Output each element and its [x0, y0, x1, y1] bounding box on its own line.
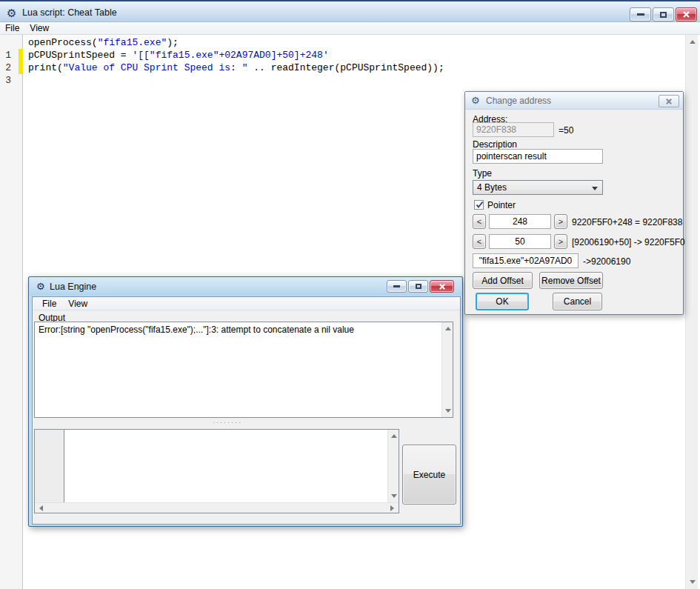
script-input-box[interactable]: [34, 429, 399, 513]
splitter-handle[interactable]: ········: [213, 419, 242, 426]
arrow-down-icon: [391, 494, 397, 498]
maximize-button[interactable]: [408, 280, 428, 293]
maximize-icon: [660, 12, 667, 18]
scroll-up-button[interactable]: [686, 36, 699, 47]
scroll-up-button[interactable]: [442, 324, 453, 333]
description-field[interactable]: [473, 149, 603, 164]
close-icon: [665, 98, 673, 105]
cancel-button[interactable]: Cancel: [553, 293, 602, 310]
close-icon: [439, 283, 446, 290]
remove-offset-button[interactable]: Remove Offset: [539, 272, 603, 289]
offset1-decrement-button[interactable]: <: [473, 214, 486, 229]
base-address-note: ->92006190: [583, 256, 630, 267]
modified-line-marker: [19, 61, 23, 74]
arrow-up-icon: [445, 327, 451, 330]
lua-engine-window: ⚙ Lua Engine File View Output Error:[str…: [28, 276, 463, 527]
code-line-2[interactable]: 2 pCPUSprintSpeed = '[["fifa15.exe"+02A9…: [0, 49, 696, 61]
maximize-icon: [416, 284, 421, 289]
dialog-title: Change address: [486, 96, 551, 106]
base-address-field[interactable]: [473, 253, 579, 268]
code-string-segment: '[["fifa15.exe"+02A97AD0]+50]+248': [132, 50, 328, 61]
code-segment: );: [167, 37, 179, 48]
editor-vscrollbar[interactable]: [685, 35, 698, 589]
code-line-1[interactable]: 1 openProcess("fifa15.exe");: [0, 36, 696, 49]
type-dropdown[interactable]: 4 Bytes: [473, 180, 603, 195]
arrow-left-icon: [39, 505, 43, 511]
execute-button[interactable]: Execute: [402, 445, 456, 505]
arrow-up-icon: [690, 40, 696, 44]
scroll-left-button[interactable]: [36, 503, 46, 513]
chevron-right-icon: >: [559, 217, 563, 226]
chevron-right-icon: >: [559, 237, 563, 246]
lua-menu-file[interactable]: File: [33, 297, 63, 310]
maximize-button[interactable]: [653, 7, 674, 21]
lua-engine-menubar: File View: [33, 297, 460, 310]
line-number: 3: [0, 74, 11, 87]
main-menu-file[interactable]: File: [0, 22, 24, 34]
offset2-field[interactable]: [489, 234, 551, 249]
dialog-close-button[interactable]: [659, 95, 679, 107]
minimize-icon: [393, 285, 400, 287]
offset2-resolution-note: [92006190+50] -> 9220F5F0: [572, 237, 685, 247]
offset1-increment-button[interactable]: >: [554, 214, 567, 229]
pointer-checkbox[interactable]: [474, 200, 484, 210]
offset1-field[interactable]: [489, 214, 551, 229]
minimize-icon: [637, 13, 644, 16]
arrow-down-icon: [690, 580, 696, 584]
arrow-right-icon: [390, 505, 394, 511]
cheat-engine-icon: ⚙: [36, 282, 45, 291]
scroll-down-button[interactable]: [388, 491, 399, 501]
main-menu-view[interactable]: View: [24, 22, 54, 34]
arrow-up-icon: [391, 434, 397, 438]
scroll-down-button[interactable]: [686, 576, 699, 588]
code-string-segment: "fifa15.exe": [98, 37, 167, 48]
chevron-left-icon: <: [477, 217, 481, 226]
offset2-increment-button[interactable]: >: [554, 234, 567, 249]
ok-button[interactable]: OK: [476, 293, 529, 310]
chevron-left-icon: <: [477, 237, 481, 246]
address-value-suffix: =50: [559, 125, 573, 136]
arrow-down-icon: [445, 409, 451, 413]
code-segment: .. readInteger(pCPUSprintSpeed));: [247, 62, 444, 73]
code-segment: print(: [28, 62, 63, 73]
close-button[interactable]: [676, 7, 697, 21]
output-error-text: Error:[string "openProcess("fifa15.exe")…: [39, 325, 354, 335]
offset1-resolution-note: 9220F5F0+248 = 9220F838: [572, 217, 682, 227]
cheat-engine-icon: ⚙: [7, 7, 16, 19]
output-box[interactable]: Error:[string "openProcess("fifa15.exe")…: [34, 322, 453, 418]
minimize-button[interactable]: [387, 280, 407, 293]
main-window-title: Lua script: Cheat Table: [22, 7, 117, 18]
lua-engine-titlebar[interactable]: ⚙ Lua Engine: [30, 277, 461, 296]
main-titlebar[interactable]: ⚙ Lua script: Cheat Table: [0, 0, 700, 22]
add-offset-button[interactable]: Add Offset: [473, 272, 533, 289]
main-menubar: File View: [0, 22, 700, 35]
script-vscrollbar[interactable]: [387, 430, 399, 502]
code-line-3[interactable]: 3 print("Value of CPU Sprint Speed is: "…: [0, 61, 696, 74]
lua-engine-title: Lua Engine: [50, 282, 96, 292]
check-icon: [475, 200, 484, 210]
close-button[interactable]: [430, 280, 454, 293]
scroll-right-button[interactable]: [387, 503, 397, 513]
cheat-engine-icon: ⚙: [471, 96, 480, 105]
lua-engine-client: File View Output Error:[string "openProc…: [32, 296, 461, 525]
close-icon: [682, 10, 690, 19]
scroll-down-button[interactable]: [442, 406, 453, 416]
cheat-engine-screen: ⚙ Lua script: Cheat Table File View 1 op…: [0, 0, 700, 589]
modified-line-marker: [19, 49, 23, 61]
minimize-button[interactable]: [630, 7, 651, 21]
dialog-titlebar[interactable]: ⚙ Change address: [465, 92, 683, 110]
scroll-up-button[interactable]: [388, 431, 399, 441]
type-label: Type: [473, 168, 492, 179]
change-address-dialog: ⚙ Change address Address: =50 Descriptio…: [464, 91, 684, 315]
code-segment: openProcess(: [28, 37, 98, 48]
script-input[interactable]: [66, 430, 386, 502]
script-gutter: [35, 430, 64, 502]
chevron-down-icon: [592, 187, 598, 190]
lua-menu-view[interactable]: View: [63, 297, 93, 310]
code-string-segment: "Value of CPU Sprint Speed is: ": [63, 62, 248, 73]
script-hscrollbar[interactable]: [35, 502, 399, 513]
address-field[interactable]: [473, 122, 554, 137]
offset2-decrement-button[interactable]: <: [473, 234, 486, 249]
output-vscrollbar[interactable]: [441, 322, 453, 417]
code-segment: pCPUSprintSpeed =: [28, 50, 132, 61]
